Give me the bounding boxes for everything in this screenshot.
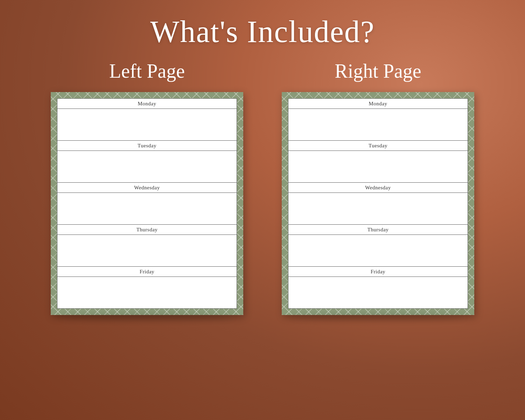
left-thursday-header: Thursday [57,225,237,235]
right-monday-content [288,109,468,140]
right-monday-row: Monday [288,98,468,141]
right-friday-row: Friday [288,267,468,309]
left-friday-row: Friday [57,267,237,309]
left-thursday-content [57,235,237,266]
left-planner-page: Monday Tuesday Wednesday Thursday [51,92,243,315]
left-planner-inner: Monday Tuesday Wednesday Thursday [57,98,237,309]
left-wednesday-content [57,193,237,224]
left-tuesday-content [57,151,237,182]
pages-container: Left Page Monday Tuesday Wednesday [0,60,525,315]
right-wednesday-row: Wednesday [288,183,468,225]
right-wednesday-header: Wednesday [288,183,468,193]
left-wednesday-header: Wednesday [57,183,237,193]
left-monday-content [57,109,237,140]
right-tuesday-row: Tuesday [288,141,468,183]
right-thursday-header: Thursday [288,225,468,235]
right-monday-header: Monday [288,99,468,109]
right-friday-header: Friday [288,267,468,277]
left-page-section: Left Page Monday Tuesday Wednesday [46,60,248,315]
main-title: What's Included? [150,14,375,49]
right-wednesday-content [288,193,468,224]
left-friday-content [57,277,237,308]
left-tuesday-row: Tuesday [57,141,237,183]
right-planner-inner: Monday Tuesday Wednesday Thursday [288,98,468,309]
right-tuesday-content [288,151,468,182]
right-tuesday-header: Tuesday [288,141,468,151]
left-monday-header: Monday [57,99,237,109]
left-tuesday-header: Tuesday [57,141,237,151]
left-friday-header: Friday [57,267,237,277]
right-thursday-content [288,235,468,266]
right-thursday-row: Thursday [288,225,468,267]
right-friday-content [288,277,468,308]
left-monday-row: Monday [57,98,237,141]
left-page-label: Left Page [109,60,185,82]
right-page-label: Right Page [335,60,421,82]
right-page-section: Right Page Monday Tuesday Wednesday [276,60,479,315]
left-thursday-row: Thursday [57,225,237,267]
right-planner-page: Monday Tuesday Wednesday Thursday [282,92,474,315]
left-wednesday-row: Wednesday [57,183,237,225]
